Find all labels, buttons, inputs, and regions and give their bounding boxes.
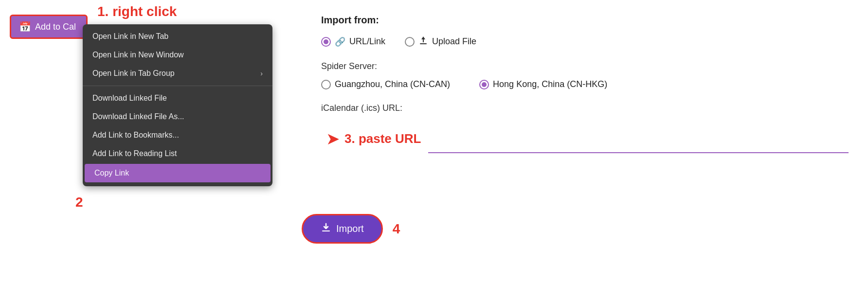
menu-item-add-link-bookmarks[interactable]: Add Link to Bookmarks... — [83, 126, 272, 144]
menu-item-open-tab-group[interactable]: Open Link in Tab Group › — [83, 64, 272, 83]
calendar-icon: 📅 — [19, 21, 31, 33]
step-1-label: 1. right click — [97, 4, 177, 19]
import-button[interactable]: Import — [302, 214, 383, 244]
url-link-radio[interactable] — [321, 37, 331, 47]
add-to-cal-label: Add to Cal — [35, 22, 76, 32]
guangzhou-option[interactable]: Guangzhou, China (CN-CAN) — [321, 79, 450, 89]
icalendar-label: iCalendar (.ics) URL: — [321, 103, 849, 113]
upload-file-label: Upload File — [432, 36, 476, 47]
import-button-container: Import 4 — [302, 214, 400, 244]
menu-item-download-linked-file-as[interactable]: Download Linked File As... — [83, 107, 272, 126]
step-3-container: ➤ 3. paste URL — [321, 119, 428, 153]
menu-item-open-new-tab[interactable]: Open Link in New Tab — [83, 27, 272, 46]
step-2-label: 2 — [75, 195, 83, 210]
import-icon — [321, 222, 331, 235]
server-radio-group: Guangzhou, China (CN-CAN) Hong Kong, Chi… — [321, 79, 849, 89]
menu-item-copy-link[interactable]: Copy Link — [85, 164, 271, 182]
hong-kong-label: Hong Kong, China (CN-HKG) — [493, 79, 607, 89]
import-label: Import — [336, 223, 364, 234]
arrow-right-icon: ➤ — [326, 129, 340, 148]
page-container: 1. right click 📅 Add to Cal Open Link in… — [0, 0, 868, 283]
add-to-calendar-button[interactable]: 📅 Add to Cal — [10, 15, 88, 39]
menu-divider — [83, 86, 272, 86]
menu-item-open-new-window[interactable]: Open Link in New Window — [83, 46, 272, 64]
context-menu: Open Link in New Tab Open Link in New Wi… — [83, 24, 272, 186]
upload-file-option[interactable]: Upload File — [405, 35, 476, 48]
source-radio-group: 🔗 URL/Link Upload File — [321, 35, 849, 48]
svg-rect-0 — [420, 43, 427, 44]
step-3-label: 3. paste URL — [344, 131, 421, 146]
url-input[interactable] — [428, 136, 849, 153]
left-side: 1. right click 📅 Add to Cal Open Link in… — [0, 0, 302, 283]
upload-file-radio[interactable] — [405, 37, 415, 47]
menu-item-download-linked-file[interactable]: Download Linked File — [83, 89, 272, 107]
step-4-label: 4 — [393, 221, 400, 237]
guangzhou-label: Guangzhou, China (CN-CAN) — [335, 79, 450, 89]
hong-kong-option[interactable]: Hong Kong, China (CN-HKG) — [479, 79, 607, 89]
guangzhou-radio[interactable] — [321, 80, 331, 89]
import-from-title: Import from: — [321, 15, 849, 26]
link-icon: 🔗 — [335, 36, 345, 47]
spider-server-label: Spider Server: — [321, 61, 849, 71]
url-link-option[interactable]: 🔗 URL/Link — [321, 36, 385, 47]
menu-item-add-link-reading-list[interactable]: Add Link to Reading List — [83, 144, 272, 163]
svg-rect-1 — [322, 230, 330, 231]
submenu-chevron-icon: › — [260, 70, 263, 77]
hong-kong-radio[interactable] — [479, 80, 489, 89]
upload-icon — [418, 35, 428, 48]
url-link-label: URL/Link — [349, 36, 385, 47]
